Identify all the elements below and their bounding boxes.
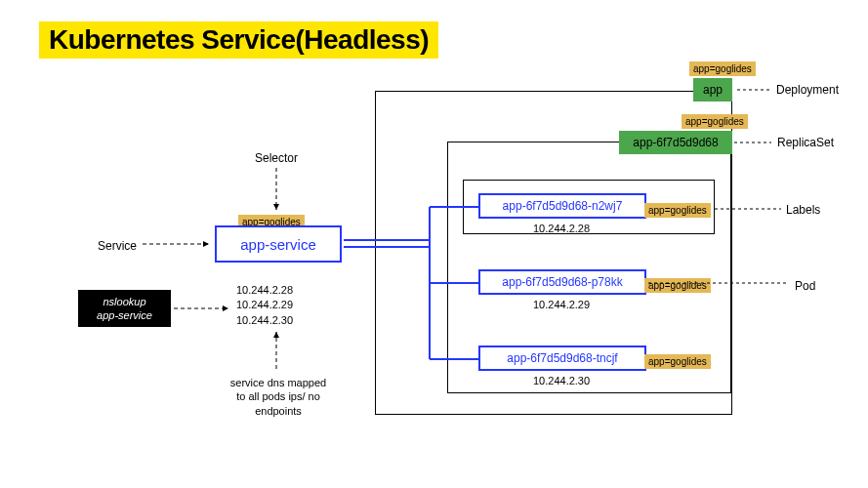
dns-caption-line3: endpoints: [210, 404, 347, 418]
replicaset-box: app-6f7d5d9d68: [619, 131, 732, 154]
replicaset-label-tag: app=goglides: [682, 114, 748, 129]
pod1-ip: 10.244.2.28: [533, 223, 590, 234]
selector-label: Selector: [255, 151, 298, 165]
pod-box-2: app-6f7d5d9d68-p78kk: [478, 269, 646, 295]
ip-2: 10.244.2.29: [236, 298, 293, 312]
service-ip-list: 10.244.2.28 10.244.2.29 10.244.2.30: [236, 283, 293, 328]
right-label-deployment: Deployment: [776, 83, 839, 97]
right-label-labels: Labels: [786, 203, 820, 217]
ip-1: 10.244.2.28: [236, 283, 293, 298]
pod2-ip: 10.244.2.29: [533, 299, 590, 310]
dns-caption-line1: service dns mapped: [210, 376, 347, 389]
nslookup-line1: nslookup: [103, 295, 145, 308]
nslookup-line2: app-service: [97, 308, 152, 322]
dns-caption: service dns mapped to all pods ips/ no e…: [210, 376, 347, 418]
ip-3: 10.244.2.30: [236, 313, 293, 328]
pod2-label-tag: app=goglides: [644, 278, 711, 293]
nslookup-box: nslookup app-service: [78, 290, 171, 327]
deployment-box: app: [693, 78, 732, 102]
pod3-ip: 10.244.2.30: [533, 375, 590, 386]
right-label-pod: Pod: [795, 279, 815, 293]
pod3-label-tag: app=goglides: [644, 354, 711, 369]
pod-box-3: app-6f7d5d9d68-tncjf: [478, 346, 646, 371]
deployment-label-tag: app=goglides: [689, 61, 756, 76]
service-box: app-service: [215, 225, 342, 263]
right-label-replicaset: ReplicaSet: [777, 136, 834, 149]
service-label: Service: [98, 239, 137, 253]
dns-caption-line2: to all pods ips/ no: [210, 389, 347, 403]
pod1-label-tag: app=goglides: [644, 203, 711, 218]
pod-box-1: app-6f7d5d9d68-n2wj7: [478, 193, 646, 219]
diagram-title: Kubernetes Service(Headless): [39, 21, 438, 59]
